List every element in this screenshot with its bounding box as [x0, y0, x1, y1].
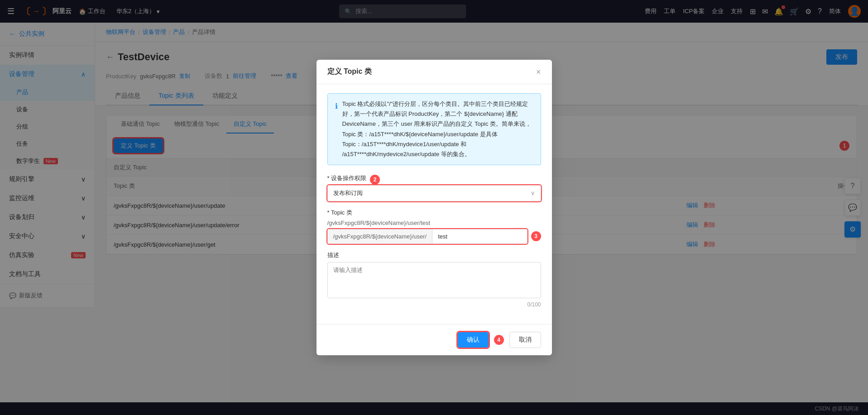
modal-info-text: Topic 格式必须以"/"进行分层，区分每个类目。其中前三个类目已经规定好，第…: [342, 99, 533, 159]
topic-input-row: /gvksFxpgc8R/${deviceName}/user/: [327, 229, 528, 244]
select-arrow-icon: ∨: [531, 190, 535, 196]
topic-class-label: * Topic 类: [327, 209, 541, 217]
topic-full-prefix: /gvksFxpgc8R/${deviceName}/user/test: [327, 219, 541, 226]
desc-textarea[interactable]: [327, 262, 541, 298]
step2-badge: 2: [370, 175, 380, 185]
cancel-button[interactable]: 取消: [509, 332, 541, 348]
topic-class-form-item: * Topic 类 /gvksFxpgc8R/${deviceName}/use…: [327, 209, 541, 244]
textarea-count: 0/100: [327, 301, 541, 308]
step3-badge: 3: [531, 231, 541, 241]
device-perm-select[interactable]: 发布和订阅 ∨: [327, 185, 541, 201]
confirm-button[interactable]: 确认: [458, 332, 489, 348]
device-perm-form-item: * 设备操作权限 2 发布和订阅 ∨: [327, 174, 541, 201]
desc-form-item: 描述 0/100: [327, 251, 541, 308]
modal-title: 定义 Topic 类: [327, 67, 372, 76]
info-icon: ℹ: [335, 100, 338, 159]
modal-footer: 确认 4 取消: [317, 324, 552, 355]
modal-header: 定义 Topic 类 ×: [317, 60, 552, 84]
modal-body: ℹ Topic 格式必须以"/"进行分层，区分每个类目。其中前三个类目已经规定好…: [317, 84, 552, 324]
topic-input[interactable]: [432, 229, 527, 243]
modal-overlay[interactable]: 定义 Topic 类 × ℹ Topic 格式必须以"/"进行分层，区分每个类目…: [0, 0, 868, 415]
step4-badge: 4: [494, 335, 504, 345]
perm-selected-value: 发布和订阅: [333, 189, 531, 197]
modal-info-box: ℹ Topic 格式必须以"/"进行分层，区分每个类目。其中前三个类目已经规定好…: [327, 93, 541, 165]
topic-prefix-part: /gvksFxpgc8R/${deviceName}/user/: [328, 229, 433, 243]
device-perm-label: * 设备操作权限: [327, 174, 367, 182]
modal-close-button[interactable]: ×: [536, 68, 541, 76]
desc-label: 描述: [327, 251, 541, 259]
define-topic-modal: 定义 Topic 类 × ℹ Topic 格式必须以"/"进行分层，区分每个类目…: [317, 60, 552, 355]
